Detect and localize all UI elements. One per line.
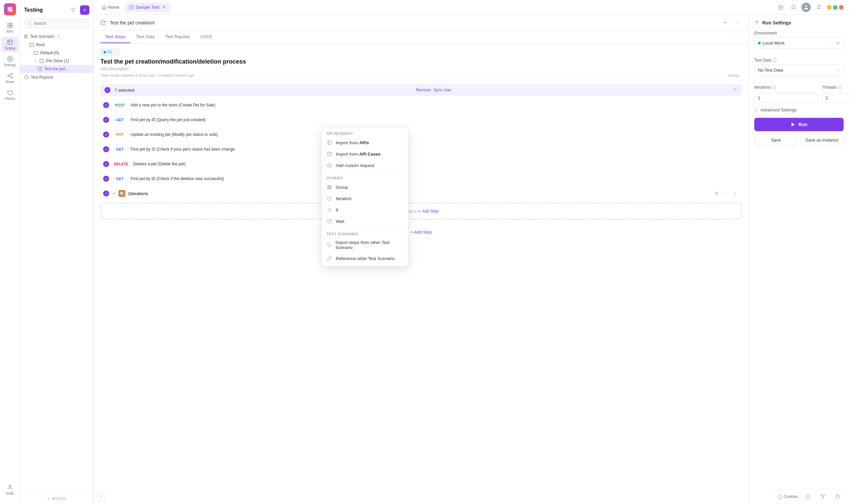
tab-test-reports[interactable]: Test Reports bbox=[161, 31, 195, 43]
step-more-btn-5[interactable]: ··· bbox=[722, 160, 730, 168]
footer-filter-icon[interactable] bbox=[818, 492, 828, 501]
iterations-input[interactable] bbox=[754, 93, 818, 103]
step-add-btn-4[interactable]: + bbox=[731, 145, 739, 153]
sample-test-tab[interactable]: Sample Test ✕ bbox=[125, 3, 171, 12]
tab-more[interactable]: ... bbox=[729, 31, 742, 43]
tree-item-root[interactable]: Root bbox=[20, 41, 93, 49]
environment-select[interactable]: Local Mock bbox=[754, 37, 844, 49]
step-add-btn-2[interactable]: + bbox=[731, 116, 739, 124]
menu-iteration[interactable]: Iteration bbox=[322, 193, 408, 204]
iter-check[interactable] bbox=[103, 191, 109, 196]
step-row-4[interactable]: GET Find pet by ID (Check if your pet's … bbox=[101, 143, 742, 156]
sidebar-item-settings[interactable]: Settings bbox=[1, 54, 19, 69]
footer-info-icon[interactable] bbox=[803, 492, 813, 501]
step-more-btn-3[interactable]: ··· bbox=[722, 130, 730, 139]
sidebar-item-testing[interactable]: Testing bbox=[1, 37, 19, 52]
save-button[interactable]: Save bbox=[754, 134, 798, 146]
app-logo[interactable] bbox=[4, 3, 16, 15]
step-check-3[interactable] bbox=[103, 131, 109, 138]
sidebar-item-invite[interactable]: Invite bbox=[1, 482, 19, 497]
save-instance-button[interactable]: Save as instance bbox=[800, 134, 844, 146]
menu-import-apis[interactable]: Import from APIs bbox=[322, 137, 408, 148]
step-run-btn-3[interactable]: ⚙ bbox=[703, 130, 711, 139]
step-check-6[interactable] bbox=[103, 176, 109, 182]
tree-scenario-header[interactable]: Test Scenario bbox=[20, 32, 93, 41]
step-add-btn-1[interactable]: + bbox=[731, 101, 739, 109]
threads-input[interactable] bbox=[822, 93, 849, 103]
add-step-bottom-button[interactable]: + Add Step bbox=[94, 226, 748, 238]
step-run-btn-5[interactable]: ⚙ bbox=[703, 160, 711, 168]
tab-ci-cd[interactable]: CI/CD bbox=[196, 31, 217, 43]
step-check-2[interactable] bbox=[103, 117, 109, 123]
step-more-btn-6[interactable]: ··· bbox=[722, 175, 730, 183]
add-step-button-header[interactable]: + bbox=[721, 18, 730, 28]
pin-icon[interactable] bbox=[814, 3, 824, 12]
remove-action[interactable]: Remove bbox=[416, 88, 431, 92]
step-run-btn-6[interactable]: ⚙ bbox=[703, 175, 711, 183]
step-run-btn-4[interactable]: ⚙ bbox=[703, 145, 711, 153]
step-run-btn-1[interactable]: ⚙ bbox=[703, 101, 711, 109]
sidebar-item-share[interactable]: Share bbox=[1, 70, 19, 86]
iter-more-btn[interactable]: ··· bbox=[722, 190, 730, 197]
advanced-settings-toggle[interactable]: Advanced Settings bbox=[754, 107, 844, 112]
tree-item-petstore[interactable]: Pet Store (1) bbox=[20, 57, 93, 65]
test-data-select[interactable]: No Test Data bbox=[754, 65, 844, 76]
more-options-button[interactable]: ··· bbox=[732, 18, 742, 28]
bell-icon[interactable] bbox=[789, 3, 798, 12]
step-row-5[interactable]: DELETE Deletes a pet (Delete the pet) ⚙ … bbox=[101, 157, 742, 171]
step-add-btn-6[interactable]: + bbox=[731, 175, 739, 183]
step-copy-btn-5[interactable]: ⧉ bbox=[712, 160, 721, 168]
step-copy-btn-3[interactable]: ⧉ bbox=[712, 130, 721, 139]
add-test-button[interactable] bbox=[80, 5, 89, 15]
cookies-button[interactable]: Cookies bbox=[778, 494, 798, 499]
footer-help-icon[interactable] bbox=[833, 492, 842, 501]
run-button[interactable]: Run bbox=[754, 118, 844, 131]
menu-import-api-cases[interactable]: Import from API Cases bbox=[322, 148, 408, 160]
step-row-6[interactable]: GET Find pet by ID (Check if the deletio… bbox=[101, 172, 742, 185]
menu-custom-request[interactable]: Add custom request bbox=[322, 160, 408, 171]
step-copy-btn-6[interactable]: ⧉ bbox=[712, 175, 721, 183]
menu-wait[interactable]: Wait bbox=[322, 216, 408, 227]
filter-button[interactable] bbox=[69, 5, 78, 15]
maximize-button[interactable] bbox=[833, 5, 837, 10]
tree-item-testpet[interactable]: Test the pet... bbox=[20, 65, 93, 73]
iteration-row[interactable]: 🔄 1iterations ⧉ ··· + bbox=[101, 187, 742, 200]
collapse-button[interactable] bbox=[97, 492, 105, 501]
step-add-btn-3[interactable]: + bbox=[731, 130, 739, 139]
step-check-1[interactable] bbox=[103, 102, 109, 108]
search-bar[interactable] bbox=[24, 19, 89, 28]
step-row-1[interactable]: POST Add a new pet to the store (Create … bbox=[101, 98, 742, 112]
tree-item-default[interactable]: Default (0) bbox=[20, 49, 93, 57]
tab-test-data[interactable]: Test Data bbox=[131, 31, 159, 43]
sync-action[interactable]: Sync now bbox=[434, 88, 451, 92]
tab-test-steps[interactable]: Test Steps bbox=[101, 31, 130, 43]
add-description[interactable]: Add Description bbox=[101, 67, 742, 71]
step-row-3[interactable]: PUT Update an existing pet (Modify pet s… bbox=[101, 128, 742, 141]
sidebar-item-history[interactable]: History bbox=[1, 87, 19, 103]
step-add-btn-5[interactable]: + bbox=[731, 160, 739, 168]
step-row-2[interactable]: GET Find pet by ID (Query the pet just c… bbox=[101, 113, 742, 126]
step-copy-btn-4[interactable]: ⧉ bbox=[712, 145, 721, 153]
search-input[interactable] bbox=[34, 21, 86, 26]
iter-copy-btn[interactable]: ⧉ bbox=[712, 190, 721, 197]
step-check-5[interactable] bbox=[103, 161, 109, 167]
sidebar-item-apis[interactable]: APIs bbox=[1, 20, 19, 35]
step-run-btn-2[interactable]: ⚙ bbox=[703, 116, 711, 124]
close-button[interactable] bbox=[839, 5, 844, 10]
menu-reference[interactable]: Reference other Test Scenario bbox=[322, 253, 408, 264]
gear-icon-titlebar[interactable] bbox=[776, 3, 785, 12]
priority-badge[interactable]: P2 bbox=[101, 49, 120, 56]
tree-reports[interactable]: Test Reports bbox=[20, 73, 93, 82]
menu-if[interactable]: If bbox=[322, 204, 408, 216]
step-more-btn-4[interactable]: ··· bbox=[722, 145, 730, 153]
iter-expand-icon[interactable] bbox=[112, 192, 116, 195]
iter-add-btn[interactable]: + bbox=[731, 190, 739, 197]
menu-group[interactable]: Group bbox=[322, 181, 408, 193]
step-more-btn-2[interactable]: ··· bbox=[722, 116, 730, 124]
step-more-btn-1[interactable]: ··· bbox=[722, 101, 730, 109]
step-check-4[interactable] bbox=[103, 146, 109, 152]
step-copy-btn-1[interactable]: ⧉ bbox=[712, 101, 721, 109]
step-copy-btn-2[interactable]: ⧉ bbox=[712, 116, 721, 124]
home-button[interactable]: Home bbox=[99, 3, 122, 11]
menu-import-steps[interactable]: Import steps from other Test Scenario bbox=[322, 237, 408, 253]
